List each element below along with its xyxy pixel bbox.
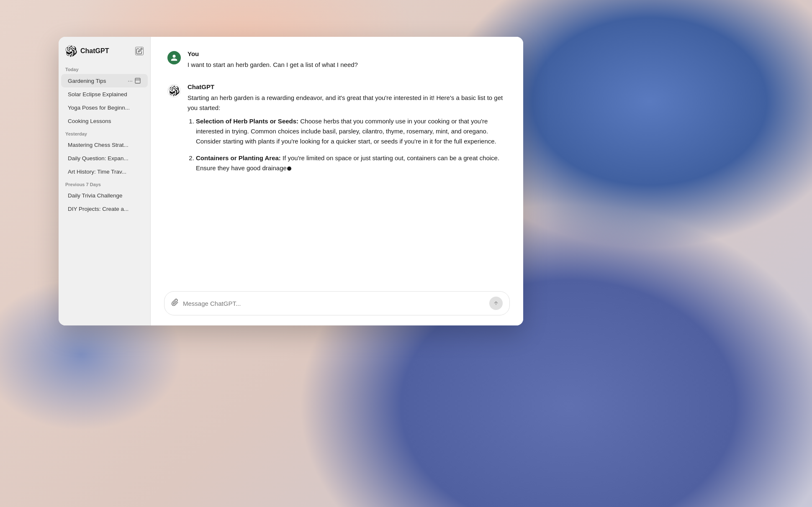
user-avatar — [167, 51, 181, 64]
sidebar-section-prev7: Previous 7 Days Daily Trivia Challenge D… — [59, 179, 150, 216]
sidebar-item-yoga-poses[interactable]: Yoga Poses for Beginn... — [61, 101, 148, 114]
gpt-message-content: ChatGPT Starting an herb garden is a rew… — [188, 83, 506, 180]
sidebar-item-label: Mastering Chess Strat... — [68, 142, 141, 148]
message-input[interactable] — [183, 300, 485, 307]
typing-cursor — [287, 166, 291, 171]
chatgpt-logo-icon — [65, 45, 77, 57]
sidebar-item-daily-trivia[interactable]: Daily Trivia Challenge — [61, 189, 148, 202]
gpt-list: Selection of Herb Plants or Seeds: Choos… — [188, 116, 506, 173]
user-message-author: You — [188, 50, 506, 57]
gpt-message-author: ChatGPT — [188, 83, 506, 90]
sidebar-section-today: Today Gardening Tips ··· Solar Eclipse E… — [59, 64, 150, 128]
gpt-list-item-2: Containers or Planting Area: If you're l… — [196, 153, 506, 173]
sidebar-item-label: Daily Trivia Challenge — [68, 192, 141, 199]
sidebar-item-label: Art History: Time Trav... — [68, 169, 141, 175]
gpt-avatar — [167, 84, 181, 97]
dots-icon[interactable]: ··· — [128, 77, 133, 84]
send-button[interactable] — [489, 297, 503, 310]
sidebar-item-daily-question[interactable]: Daily Question: Expan... — [61, 152, 148, 165]
svg-rect-0 — [135, 78, 140, 83]
list-item-2-title: Containers or Planting Area: — [196, 154, 281, 161]
sidebar-item-label: DIY Projects: Create a... — [68, 206, 141, 212]
sidebar-title: ChatGPT — [80, 47, 109, 55]
message-user: You I want to start an herb garden. Can … — [167, 50, 506, 70]
sidebar-item-cooking-lessons[interactable]: Cooking Lessons — [61, 115, 148, 128]
sidebar-item-label: Solar Eclipse Explained — [68, 91, 141, 97]
archive-icon[interactable] — [134, 77, 141, 84]
sidebar-item-chess[interactable]: Mastering Chess Strat... — [61, 138, 148, 151]
section-label-yesterday: Yesterday — [59, 128, 150, 138]
section-label-today: Today — [59, 64, 150, 74]
sidebar: ChatGPT Today Gardening Tips ··· — [59, 37, 151, 325]
section-label-prev7: Previous 7 Days — [59, 179, 150, 189]
sidebar-item-diy-projects[interactable]: DIY Projects: Create a... — [61, 202, 148, 215]
user-message-text: I want to start an herb garden. Can I ge… — [188, 60, 506, 70]
sidebar-header: ChatGPT — [59, 44, 150, 64]
input-box — [164, 291, 510, 315]
sidebar-item-label: Gardening Tips — [68, 78, 128, 84]
sidebar-item-solar-eclipse[interactable]: Solar Eclipse Explained — [61, 88, 148, 101]
chat-item-actions: ··· — [128, 77, 141, 84]
list-item-1-title: Selection of Herb Plants or Seeds: — [196, 118, 298, 125]
user-message-content: You I want to start an herb garden. Can … — [188, 50, 506, 70]
gpt-list-item-1: Selection of Herb Plants or Seeds: Choos… — [196, 116, 506, 146]
gpt-message-text: Starting an herb garden is a rewarding e… — [188, 93, 506, 173]
sidebar-item-label: Cooking Lessons — [68, 118, 141, 124]
app-window: ChatGPT Today Gardening Tips ··· — [59, 37, 523, 325]
sidebar-section-yesterday: Yesterday Mastering Chess Strat... Daily… — [59, 128, 150, 179]
new-chat-button[interactable] — [135, 47, 144, 55]
sidebar-item-gardening-tips[interactable]: Gardening Tips ··· — [61, 74, 148, 87]
sidebar-item-label: Yoga Poses for Beginn... — [68, 105, 141, 111]
attach-icon[interactable] — [171, 299, 179, 308]
chat-area: You I want to start an herb garden. Can … — [151, 37, 523, 325]
chat-input-area — [151, 284, 523, 325]
chat-messages: You I want to start an herb garden. Can … — [151, 37, 523, 284]
sidebar-item-label: Daily Question: Expan... — [68, 155, 141, 161]
message-gpt: ChatGPT Starting an herb garden is a rew… — [167, 83, 506, 180]
sidebar-logo: ChatGPT — [65, 45, 109, 57]
gpt-intro-text: Starting an herb garden is a rewarding e… — [188, 94, 503, 111]
sidebar-item-art-history[interactable]: Art History: Time Trav... — [61, 165, 148, 178]
